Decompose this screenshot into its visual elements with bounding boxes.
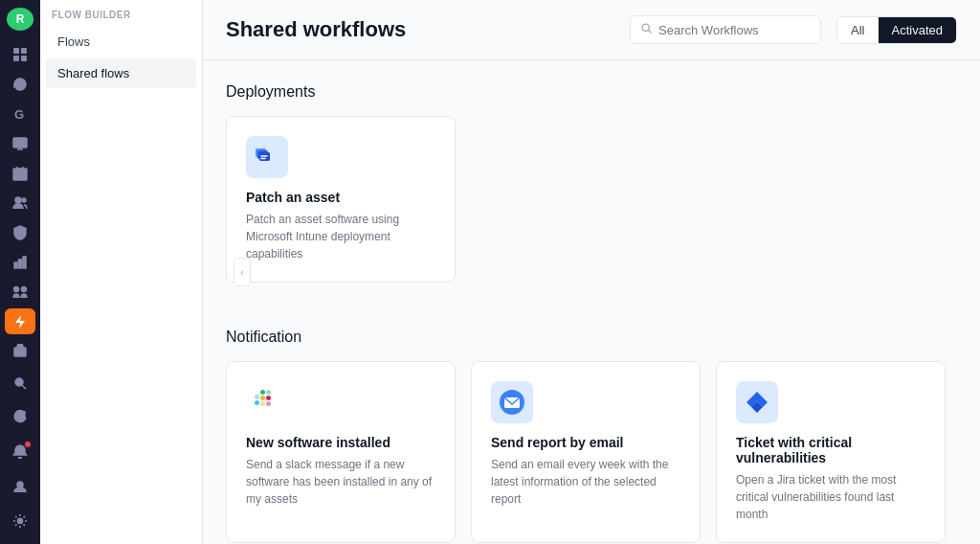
page-title: Shared workflows bbox=[226, 17, 614, 42]
card-patch-asset[interactable]: Patch an asset Patch an asset software u… bbox=[226, 116, 456, 283]
svg-rect-40 bbox=[260, 401, 265, 406]
svg-point-27 bbox=[642, 24, 649, 31]
filter-all-btn[interactable]: All bbox=[837, 17, 878, 43]
card-ticket-desc: Open a Jira ticket with the most critica… bbox=[736, 471, 925, 523]
nav-sync-icon[interactable] bbox=[5, 402, 35, 433]
svg-line-24 bbox=[22, 385, 26, 389]
nav-shield-icon[interactable] bbox=[5, 219, 35, 245]
svg-line-28 bbox=[649, 31, 652, 34]
nav-calendar-icon[interactable] bbox=[5, 160, 35, 186]
search-box[interactable] bbox=[630, 15, 821, 44]
card-send-report[interactable]: Send report by email Send an email every… bbox=[471, 361, 701, 543]
notification-title: Notification bbox=[226, 329, 957, 346]
deployments-title: Deployments bbox=[226, 83, 957, 101]
svg-rect-15 bbox=[19, 260, 22, 268]
card-patch-asset-desc: Patch an asset software using Microsoft … bbox=[246, 211, 435, 262]
deploy-icon bbox=[246, 136, 288, 178]
svg-rect-14 bbox=[14, 262, 17, 268]
sidebar-item-shared-flows[interactable]: Shared flows bbox=[46, 58, 196, 88]
svg-rect-16 bbox=[23, 257, 26, 268]
nav-lightning-icon[interactable] bbox=[5, 308, 35, 334]
svg-rect-3 bbox=[21, 56, 27, 61]
deployments-section: Deployments Patch an asset Patch an asse… bbox=[203, 60, 980, 306]
svg-point-26 bbox=[18, 519, 23, 524]
card-new-software[interactable]: New software installed Send a slack mess… bbox=[226, 361, 456, 543]
nav-group-icon[interactable] bbox=[5, 279, 35, 305]
nav-chart-icon[interactable] bbox=[5, 249, 35, 275]
svg-rect-36 bbox=[260, 390, 265, 395]
nav-people-icon[interactable] bbox=[5, 190, 35, 215]
sidebar: FLOW BUILDER Flows Shared flows ‹ bbox=[40, 0, 203, 544]
search-icon bbox=[640, 22, 653, 37]
notification-cards: New software installed Send a slack mess… bbox=[226, 361, 957, 543]
svg-point-25 bbox=[17, 482, 23, 487]
nav-g-icon[interactable]: G bbox=[5, 101, 35, 126]
icon-nav: R G bbox=[0, 0, 40, 544]
notification-section: Notification New software in bbox=[203, 306, 980, 544]
svg-point-12 bbox=[15, 197, 21, 203]
slack-icon bbox=[246, 381, 288, 423]
card-ticket-vulnerabilities[interactable]: Ticket with critical vulnerabilities Ope… bbox=[716, 361, 946, 543]
nav-avatar-bottom[interactable] bbox=[5, 471, 35, 502]
nav-search-icon[interactable] bbox=[5, 368, 35, 398]
svg-rect-8 bbox=[13, 169, 27, 180]
jira-icon bbox=[736, 381, 778, 423]
search-input[interactable] bbox=[658, 23, 811, 37]
svg-point-13 bbox=[22, 198, 26, 202]
nav-grid-icon[interactable] bbox=[5, 42, 35, 68]
svg-rect-2 bbox=[13, 56, 19, 61]
nav-monitor-icon[interactable] bbox=[5, 130, 35, 156]
svg-rect-1 bbox=[21, 48, 27, 54]
card-patch-asset-title: Patch an asset bbox=[246, 190, 435, 205]
card-new-software-desc: Send a slack message if a new software h… bbox=[246, 456, 435, 508]
card-new-software-title: New software installed bbox=[246, 435, 435, 450]
svg-rect-34 bbox=[255, 400, 259, 405]
nav-settings-icon[interactable] bbox=[5, 506, 35, 536]
filter-activated-btn[interactable]: Activated bbox=[879, 17, 956, 43]
filter-buttons: All Activated bbox=[836, 16, 957, 44]
card-send-report-desc: Send an email every week with the latest… bbox=[491, 456, 680, 508]
svg-rect-39 bbox=[266, 396, 271, 400]
main-content: Shared workflows All Activated Deploymen… bbox=[203, 0, 980, 544]
sidebar-section-label: FLOW BUILDER bbox=[40, 0, 202, 26]
deployments-cards: Patch an asset Patch an asset software u… bbox=[226, 116, 957, 283]
svg-rect-0 bbox=[13, 48, 19, 54]
nav-team-icon[interactable] bbox=[5, 338, 35, 364]
svg-marker-19 bbox=[15, 315, 25, 329]
user-avatar[interactable]: R bbox=[7, 8, 33, 31]
svg-point-17 bbox=[14, 286, 19, 291]
svg-rect-41 bbox=[266, 401, 271, 406]
svg-rect-38 bbox=[260, 396, 265, 400]
nav-refresh-icon[interactable] bbox=[5, 72, 35, 98]
card-ticket-title: Ticket with critical vulnerabilities bbox=[736, 435, 925, 465]
email-icon bbox=[491, 381, 533, 423]
svg-rect-35 bbox=[255, 395, 259, 399]
card-send-report-title: Send report by email bbox=[491, 435, 680, 450]
svg-text:G: G bbox=[14, 107, 24, 122]
sidebar-item-flows[interactable]: Flows bbox=[46, 27, 196, 57]
nav-notification-icon[interactable] bbox=[5, 437, 35, 467]
svg-rect-5 bbox=[13, 138, 27, 147]
sidebar-collapse-btn[interactable]: ‹ bbox=[234, 258, 251, 286]
svg-point-18 bbox=[22, 286, 27, 291]
svg-rect-37 bbox=[266, 390, 271, 395]
main-header: Shared workflows All Activated bbox=[203, 0, 980, 60]
svg-point-23 bbox=[15, 378, 23, 386]
